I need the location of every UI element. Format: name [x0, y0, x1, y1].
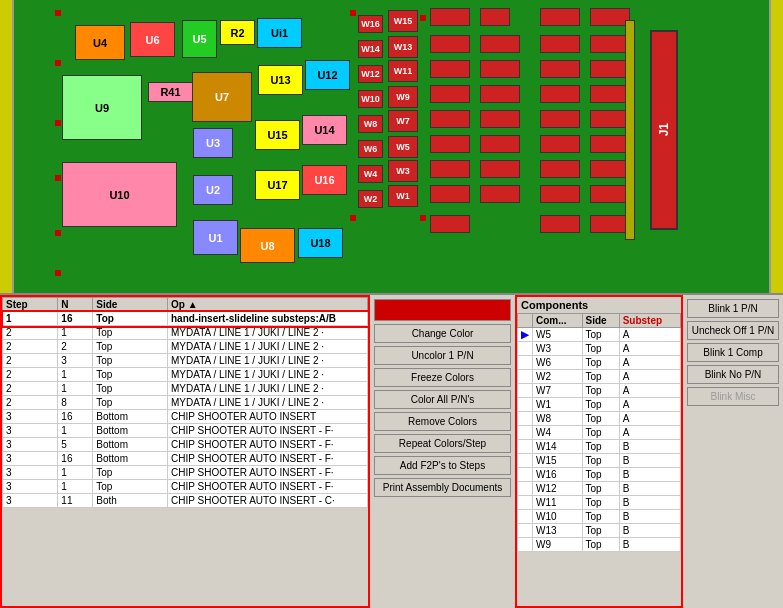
table-row[interactable]: 311BothCHIP SHOOTER AUTO INSERT - C·	[3, 494, 368, 508]
comp-substep: A	[619, 342, 680, 356]
steps-table: Step N Side Op ▲ 116Tophand-insert-slide…	[2, 297, 368, 508]
comp-side: Top	[582, 510, 619, 524]
comp-side: Top	[582, 328, 619, 342]
comp-side: Top	[582, 384, 619, 398]
pcb-red-dot	[55, 175, 61, 181]
table-row[interactable]: 22TopMYDATA / LINE 1 / JUKI / LINE 2 ·	[3, 340, 368, 354]
cell-side: Bottom	[93, 410, 168, 424]
arrow-cell	[518, 454, 533, 468]
color-preview	[374, 299, 511, 321]
table-row[interactable]: 21TopMYDATA / LINE 1 / JUKI / LINE 2 ·	[3, 368, 368, 382]
cell-step: 2	[3, 326, 58, 340]
pcb-comp-W14: W14	[358, 40, 383, 58]
blink1pn-button[interactable]: Blink 1 P/N	[687, 299, 779, 318]
pcb-comp-W10: W10	[358, 90, 383, 108]
list-item[interactable]: W3TopA	[518, 342, 681, 356]
list-item[interactable]: W2TopA	[518, 370, 681, 384]
list-item[interactable]: ▶W5TopA	[518, 328, 681, 342]
color-all-button[interactable]: Color All P/N's	[374, 390, 511, 409]
table-row[interactable]: 21TopMYDATA / LINE 1 / JUKI / LINE 2 ·	[3, 326, 368, 340]
change-color-button[interactable]: Change Color	[374, 324, 511, 343]
comp-substep: B	[619, 482, 680, 496]
comp-substep: A	[619, 412, 680, 426]
list-item[interactable]: W8TopA	[518, 412, 681, 426]
pcb-red-block	[430, 215, 470, 233]
pcb-red-block	[540, 185, 580, 203]
comp-name: W2	[533, 370, 583, 384]
arrow-cell	[518, 482, 533, 496]
comp-side: Top	[582, 454, 619, 468]
comp-name: W3	[533, 342, 583, 356]
uncolor-button[interactable]: Uncolor 1 P/N	[374, 346, 511, 365]
pcb-red-dot	[55, 120, 61, 126]
table-row[interactable]: 316BottomCHIP SHOOTER AUTO INSERT - F·	[3, 452, 368, 466]
blinkcomp-button[interactable]: Blink 1 Comp	[687, 343, 779, 362]
cell-side: Bottom	[93, 424, 168, 438]
list-item[interactable]: W4TopA	[518, 426, 681, 440]
comp-substep: B	[619, 524, 680, 538]
cell-n: 2	[58, 340, 93, 354]
table-row[interactable]: 28TopMYDATA / LINE 1 / JUKI / LINE 2 ·	[3, 396, 368, 410]
add-f2p-button[interactable]: Add F2P's to Steps	[374, 456, 511, 475]
pcb-red-block	[590, 110, 630, 128]
pcb-comp-W4: W4	[358, 165, 383, 183]
blinkmisc-button[interactable]: Blink Misc	[687, 387, 779, 406]
table-row[interactable]: 21TopMYDATA / LINE 1 / JUKI / LINE 2 ·	[3, 382, 368, 396]
list-item[interactable]: W10TopB	[518, 510, 681, 524]
pcb-red-block	[540, 35, 580, 53]
remove-colors-button[interactable]: Remove Colors	[374, 412, 511, 431]
pcb-red-block	[430, 35, 470, 53]
table-row[interactable]: 35BottomCHIP SHOOTER AUTO INSERT - F·	[3, 438, 368, 452]
cell-n: 1	[58, 466, 93, 480]
list-item[interactable]: W15TopB	[518, 454, 681, 468]
cell-op: CHIP SHOOTER AUTO INSERT - F·	[168, 452, 368, 466]
list-item[interactable]: W12TopB	[518, 482, 681, 496]
cell-side: Bottom	[93, 438, 168, 452]
freeze-colors-button[interactable]: Freeze Colors	[374, 368, 511, 387]
list-item[interactable]: W14TopB	[518, 440, 681, 454]
cell-side: Top	[93, 354, 168, 368]
table-row[interactable]: 23TopMYDATA / LINE 1 / JUKI / LINE 2 ·	[3, 354, 368, 368]
blinknopn-button[interactable]: Blink No P/N	[687, 365, 779, 384]
comp-substep: B	[619, 454, 680, 468]
comp-substep: A	[619, 356, 680, 370]
list-item[interactable]: W9TopB	[518, 538, 681, 552]
table-row[interactable]: 116Tophand-insert-slideline substeps:A/B	[3, 312, 368, 326]
comp-side: Top	[582, 482, 619, 496]
pcb-comp-U16: U16	[302, 165, 347, 195]
pcb-red-block	[540, 135, 580, 153]
col-n: N	[58, 298, 93, 312]
table-row[interactable]: 31TopCHIP SHOOTER AUTO INSERT - F·	[3, 466, 368, 480]
comp-side: Top	[582, 398, 619, 412]
table-row[interactable]: 316BottomCHIP SHOOTER AUTO INSERT	[3, 410, 368, 424]
uncheck-button[interactable]: Uncheck Off 1 P/N	[687, 321, 779, 340]
table-row[interactable]: 31TopCHIP SHOOTER AUTO INSERT - F·	[3, 480, 368, 494]
list-item[interactable]: W13TopB	[518, 524, 681, 538]
comp-name: W1	[533, 398, 583, 412]
list-item[interactable]: W1TopA	[518, 398, 681, 412]
comp-side: Top	[582, 496, 619, 510]
comp-side: Top	[582, 342, 619, 356]
pcb-red-block	[480, 160, 520, 178]
repeat-colors-button[interactable]: Repeat Colors/Step	[374, 434, 511, 453]
comp-side: Top	[582, 356, 619, 370]
list-item[interactable]: W16TopB	[518, 468, 681, 482]
table-row[interactable]: 31BottomCHIP SHOOTER AUTO INSERT - F·	[3, 424, 368, 438]
list-item[interactable]: W6TopA	[518, 356, 681, 370]
pcb-red-dot	[350, 10, 356, 16]
comp-substep: B	[619, 496, 680, 510]
components-table: Com... Side Substep ▶W5TopAW3TopAW6TopAW…	[517, 313, 681, 552]
list-item[interactable]: W11TopB	[518, 496, 681, 510]
comp-col-substep: Substep	[619, 314, 680, 328]
list-item[interactable]: W7TopA	[518, 384, 681, 398]
arrow-cell: ▶	[518, 328, 533, 342]
arrow-cell	[518, 468, 533, 482]
comp-name: W8	[533, 412, 583, 426]
print-button[interactable]: Print Assembly Documents	[374, 478, 511, 497]
steps-table-panel[interactable]: Step N Side Op ▲ 116Tophand-insert-slide…	[0, 295, 370, 608]
comp-name: W4	[533, 426, 583, 440]
cell-n: 16	[58, 410, 93, 424]
arrow-cell	[518, 440, 533, 454]
comp-side: Top	[582, 426, 619, 440]
pcb-red-block	[430, 60, 470, 78]
